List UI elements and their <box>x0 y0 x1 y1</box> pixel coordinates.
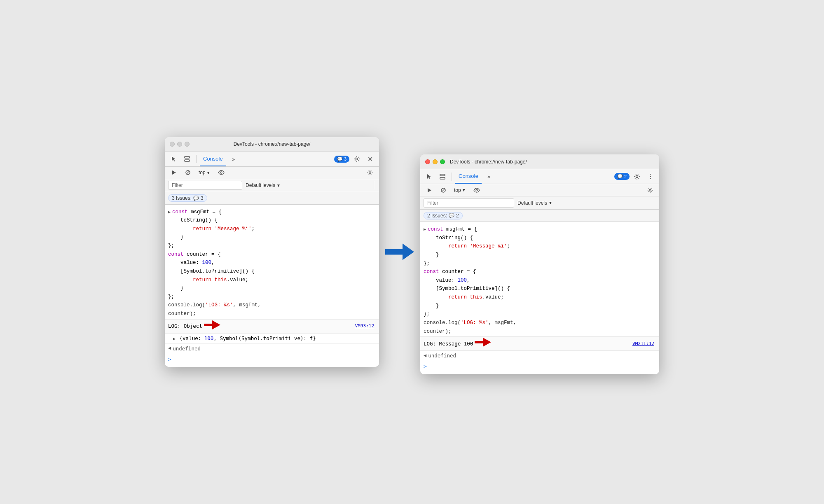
left-red-arrow <box>204 320 220 332</box>
svg-point-17 <box>649 189 651 191</box>
right-issues-badge[interactable]: 2 Issues: 💬 2 <box>424 212 463 219</box>
right-expand-arrow[interactable]: ▶ <box>424 227 426 232</box>
left-badge-count: 3 <box>344 156 346 161</box>
scene: DevTools - chrome://new-tab-page/ Consol… <box>165 137 659 367</box>
right-default-levels[interactable]: Default levels ▼ <box>517 200 552 206</box>
right-default-levels-label: Default levels <box>517 200 547 206</box>
right-prompt[interactable]: > <box>420 361 659 373</box>
right-code-block: ▶const msgFmt = { toString() { return 'M… <box>420 224 659 336</box>
right-eye-icon[interactable] <box>471 184 482 196</box>
right-min-dot[interactable] <box>433 159 438 164</box>
blue-arrow <box>383 240 416 264</box>
left-title-bar: DevTools - chrome://new-tab-page/ <box>165 137 379 152</box>
right-cursor-icon[interactable] <box>424 171 435 182</box>
right-window-title: DevTools - chrome://new-tab-page/ <box>450 159 527 165</box>
left-console-toolbar: top ▼ <box>165 167 379 179</box>
right-console-tab[interactable]: Console <box>455 169 482 184</box>
left-issues-count: 3 Issues: <box>172 195 192 201</box>
right-issues-count: 2 Issues: <box>427 213 447 219</box>
left-more-tabs-icon[interactable]: » <box>228 153 239 165</box>
right-vm-ref[interactable]: VM211:12 <box>632 340 654 348</box>
right-back-arrow: ◀ <box>424 352 426 360</box>
left-eye-icon[interactable] <box>215 167 227 178</box>
right-filter-input[interactable] <box>424 198 514 208</box>
svg-marker-13 <box>428 188 431 192</box>
right-settings-icon[interactable] <box>631 171 643 182</box>
right-badge-chat-icon: 💬 <box>617 174 623 179</box>
left-vm-ref[interactable]: VM93:12 <box>355 322 374 330</box>
left-settings-icon[interactable] <box>351 153 363 165</box>
left-layers-icon[interactable] <box>181 153 193 165</box>
left-default-levels[interactable]: Default levels ▼ <box>246 182 281 188</box>
left-console-output: ▶const msgFmt = { toString() { return 'M… <box>165 205 379 367</box>
right-log-text: LOG: Message 100 <box>424 340 473 348</box>
left-filter-input[interactable] <box>168 181 242 190</box>
left-log-content: LOG: Object <box>168 320 220 332</box>
left-undefined-text: undefined <box>173 345 201 353</box>
svg-line-5 <box>186 171 190 174</box>
left-back-arrow: ◀ <box>168 345 171 352</box>
right-badge: 💬 2 <box>614 173 630 180</box>
right-toolbar: Console » 💬 2 ⋮ <box>420 169 659 184</box>
left-close-panel-icon[interactable]: ✕ <box>364 153 376 165</box>
left-code-block: ▶const msgFmt = { toString() { return 'M… <box>165 206 379 319</box>
left-object-expand[interactable]: ▶ <box>173 336 176 341</box>
right-menu-icon[interactable]: ⋮ <box>644 171 656 182</box>
left-issues-bar: 3 Issues: 💬 3 <box>165 192 379 205</box>
right-badge-count: 2 <box>624 174 627 179</box>
left-issues-badge[interactable]: 3 Issues: 💬 3 <box>168 194 207 202</box>
left-badge-chat-icon: 💬 <box>337 156 343 162</box>
right-ban-icon[interactable] <box>438 184 449 196</box>
right-divider-1 <box>452 173 452 181</box>
left-console-tab[interactable]: Console <box>200 152 226 166</box>
left-object-close: , Symbol(Symbol.toPrimiti ve): f} <box>213 335 316 341</box>
left-issues-chat-icon: 💬 <box>193 196 199 201</box>
right-console-output: ▶const msgFmt = { toString() { return 'M… <box>420 222 659 374</box>
right-settings2-icon[interactable] <box>644 184 656 196</box>
right-filter-bar: Default levels ▼ <box>420 196 659 210</box>
right-undefined-line: ◀ undefined <box>420 351 659 361</box>
left-prompt[interactable]: > <box>165 354 379 366</box>
right-red-arrow <box>475 338 491 350</box>
svg-point-7 <box>369 172 371 173</box>
left-dropdown-arrow: ▼ <box>206 170 211 175</box>
left-divider-1 <box>196 155 197 163</box>
left-close-dot <box>170 142 175 147</box>
left-cursor-icon[interactable] <box>168 153 180 165</box>
svg-line-15 <box>442 189 445 192</box>
right-console-toolbar: top ▼ <box>420 184 659 196</box>
left-ban-icon[interactable] <box>182 167 194 178</box>
left-play-icon[interactable] <box>168 167 180 178</box>
right-play-icon[interactable] <box>424 184 435 196</box>
left-expand-arrow[interactable]: ▶ <box>168 210 171 215</box>
left-settings2-icon[interactable] <box>364 167 376 178</box>
svg-point-6 <box>220 172 222 173</box>
right-issues-chat-icon: 💬 <box>449 213 454 218</box>
left-top-dropdown[interactable]: top ▼ <box>196 169 213 176</box>
left-max-dot <box>185 142 190 147</box>
svg-marker-18 <box>475 338 491 347</box>
left-toolbar: Console » 💬 3 ✕ <box>165 152 379 167</box>
svg-point-2 <box>356 158 358 160</box>
right-prompt-symbol: > <box>424 363 427 369</box>
left-filter-bar: Default levels ▼ <box>165 179 379 192</box>
right-levels-arrow: ▼ <box>548 201 552 205</box>
left-window-title: DevTools - chrome://new-tab-page/ <box>234 141 311 147</box>
right-top-label: top <box>454 187 461 193</box>
left-filter-divider <box>374 181 374 189</box>
left-min-dot <box>177 142 182 147</box>
left-log-row: LOG: Object VM93:12 <box>165 319 379 334</box>
right-max-dot[interactable] <box>440 159 445 164</box>
right-more-tabs-icon[interactable]: » <box>483 171 495 182</box>
svg-marker-8 <box>204 320 220 329</box>
left-object-open: {value: <box>180 335 204 341</box>
left-badge: 💬 3 <box>334 156 349 163</box>
right-layers-icon[interactable] <box>437 171 448 182</box>
left-prompt-symbol: > <box>168 356 171 362</box>
right-top-dropdown[interactable]: top ▼ <box>452 187 468 194</box>
right-title-bar: DevTools - chrome://new-tab-page/ <box>420 154 659 169</box>
right-close-dot[interactable] <box>425 159 430 164</box>
left-levels-arrow: ▼ <box>276 183 281 188</box>
right-devtools-window: DevTools - chrome://new-tab-page/ Consol… <box>420 154 659 374</box>
left-log-text: LOG: Object <box>168 322 202 330</box>
